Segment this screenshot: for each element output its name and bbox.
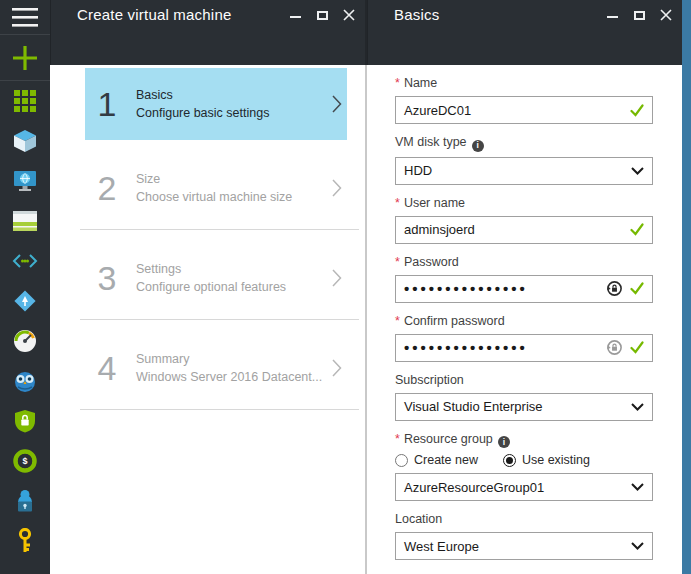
chevron-right-icon [332,179,342,197]
left-nav-sidebar: $ [0,0,50,574]
azure-portal-window: $ Create virtual machine 1 Basics [0,0,691,574]
info-icon: i [498,436,510,448]
adjacent-blade-edge [682,0,691,574]
name-label: *Name [395,76,653,91]
chevron-down-icon [631,542,644,550]
maximize-icon [317,11,328,20]
step-subtitle: Choose virtual machine size [136,190,327,204]
required-marker: * [395,314,400,328]
user-name-label: *User name [395,196,653,211]
chevron-down-icon [631,167,644,175]
minimize-button[interactable] [288,8,302,22]
step-title: Basics [136,88,327,102]
location-label: Location [395,512,653,527]
chevron-down-icon [631,483,644,491]
close-icon [660,9,672,21]
vm-disk-type-select[interactable]: HDD [395,157,653,185]
owl-icon[interactable] [0,361,50,401]
wizard-steps: 1 Basics Configure basic settings 2 Size… [50,65,365,410]
close-button[interactable] [342,8,356,22]
create-vm-blade: Create virtual machine 1 Basics Configur… [50,0,365,574]
valid-check-icon [630,282,644,295]
password-masked-value: ••••••••••••••• [404,284,528,294]
step-divider [80,229,359,230]
step-item-settings[interactable]: 3 Settings Configure optional features [85,242,347,314]
step-number: 3 [85,259,129,298]
person-lock-icon[interactable] [0,481,50,521]
create-new-radio[interactable]: Create new [395,453,478,467]
vm-disk-type-label: VM disk typei [395,135,653,152]
location-select[interactable]: West Europe [395,532,653,560]
valid-check-icon [630,223,644,236]
dashboard-grid-icon[interactable] [0,81,50,121]
step-title: Size [136,172,327,186]
step-title: Settings [136,262,327,276]
required-marker: * [395,432,400,446]
resource-group-label: *Resource groupi [395,432,653,449]
code-brackets-icon[interactable] [0,241,50,281]
radio-circle-icon [503,454,516,467]
subscription-select[interactable]: Visual Studio Enterprise [395,393,653,421]
cost-dollar-ring-icon[interactable]: $ [0,441,50,481]
basics-blade-header: Basics [367,0,682,65]
hamburger-menu-icon[interactable] [0,0,50,34]
name-value: AzureDC01 [404,103,471,118]
create-vm-blade-header: Create virtual machine [50,0,365,65]
step-item-summary[interactable]: 4 Summary Windows Server 2016 Datacent..… [85,332,347,404]
azure-ad-diamond-icon[interactable] [0,281,50,321]
confirm-password-label: *Confirm password [395,314,653,329]
confirm-password-input[interactable]: ••••••••••••••• [395,334,653,362]
minimize-icon [607,16,618,18]
step-item-size[interactable]: 2 Size Choose virtual machine size [85,152,347,224]
minimize-icon [290,16,301,18]
password-label: *Password [395,255,653,270]
password-input[interactable]: ••••••••••••••• [395,275,653,303]
resource-group-value: AzureResourceGroup01 [404,480,544,495]
step-number: 4 [85,349,129,388]
user-name-input[interactable]: adminsjoerd [395,216,653,244]
name-input[interactable]: AzureDC01 [395,96,653,124]
info-icon: i [472,140,484,152]
close-icon [343,9,355,21]
step-number: 2 [85,169,129,208]
security-shield-lock-icon[interactable] [0,401,50,441]
resource-group-select[interactable]: AzureResourceGroup01 [395,473,653,501]
step-item-basics[interactable]: 1 Basics Configure basic settings [85,68,347,140]
confirm-password-masked-value: ••••••••••••••• [404,343,528,353]
chevron-right-icon [332,95,342,113]
step-title: Summary [136,352,327,366]
all-resources-cube-icon[interactable] [0,121,50,161]
minimize-button[interactable] [605,8,619,22]
step-divider [80,409,359,410]
maximize-button[interactable] [632,8,646,22]
basics-blade: Basics *Name AzureDC01 [367,0,682,574]
step-subtitle: Windows Server 2016 Datacent... [136,370,327,384]
maximize-button[interactable] [315,8,329,22]
new-resource-plus-icon[interactable] [0,35,50,80]
key-icon[interactable] [0,521,50,561]
maximize-icon [634,11,645,20]
password-lock-toggle-icon [606,280,623,297]
gauge-icon[interactable] [0,321,50,361]
close-button[interactable] [659,8,673,22]
step-divider [80,319,359,320]
resource-group-radio-group: Create new Use existing [395,453,653,467]
step-subtitle: Configure basic settings [136,106,327,120]
chevron-right-icon [332,359,342,377]
basics-form: *Name AzureDC01 VM disk typei HDD [367,76,682,560]
chevron-right-icon [332,269,342,287]
step-subtitle: Configure optional features [136,280,327,294]
user-name-value: adminsjoerd [404,222,475,237]
required-marker: * [395,255,400,269]
valid-check-icon [630,104,644,117]
step-number: 1 [85,85,129,124]
required-marker: * [395,76,400,90]
subscription-label: Subscription [395,373,653,388]
virtual-machines-monitor-icon[interactable] [0,161,50,201]
use-existing-radio[interactable]: Use existing [503,453,590,467]
chevron-down-icon [631,403,644,411]
app-services-panel-icon[interactable] [0,201,50,241]
required-marker: * [395,196,400,210]
valid-check-icon [630,341,644,354]
vm-disk-type-value: HDD [404,163,432,178]
